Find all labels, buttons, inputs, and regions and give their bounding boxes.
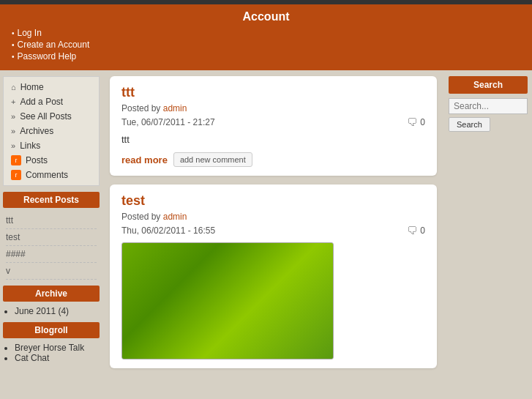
- blogroll-list: Breyer Horse Talk Cat Chat: [3, 343, 100, 363]
- post-date-2: Thu, 06/02/2011 - 16:55: [121, 225, 215, 236]
- recent-posts-header: Recent Posts: [3, 192, 100, 208]
- rss-icon-posts: r: [11, 155, 21, 165]
- chevron-icon-3: »: [11, 141, 15, 150]
- center-content: ttt Posted by admin Tue, 06/07/2011 - 21…: [102, 70, 444, 399]
- recent-post-4[interactable]: v: [6, 263, 97, 280]
- account-menu-item-password[interactable]: Password Help: [12, 51, 523, 61]
- main-layout: ⌂ Home + Add a Post » See All Posts » Ar…: [0, 70, 532, 399]
- nav-posts[interactable]: r Posts: [4, 153, 99, 168]
- post-meta-2: Posted by admin: [121, 212, 425, 222]
- post-actions-1: read more add new comment: [121, 152, 425, 167]
- post-date-row-2: Thu, 06/02/2011 - 16:55 🗨 0: [121, 225, 425, 236]
- right-sidebar: Search Search: [444, 70, 532, 399]
- add-comment-btn-1[interactable]: add new comment: [173, 152, 252, 167]
- post-title-2[interactable]: test: [121, 193, 425, 209]
- nav-see-all-posts[interactable]: » See All Posts: [4, 109, 99, 124]
- post-date-row-1: Tue, 06/07/2011 - 21:27 🗨 0: [121, 116, 425, 128]
- blogroll-item-1[interactable]: Breyer Horse Talk: [15, 343, 100, 353]
- comment-icon-2: 🗨: [407, 225, 417, 236]
- recent-post-3[interactable]: ####: [6, 246, 97, 263]
- comment-number-2: 0: [420, 225, 425, 236]
- nav-links[interactable]: » Links: [4, 138, 99, 153]
- nav-archives[interactable]: » Archives: [4, 124, 99, 138]
- rss-icon-comments: r: [11, 170, 21, 180]
- nav-add-post[interactable]: + Add a Post: [4, 94, 99, 109]
- search-input[interactable]: [449, 98, 528, 114]
- comment-number-1: 0: [420, 117, 425, 127]
- comment-icon-1: 🗨: [407, 116, 417, 128]
- account-menu: Log In Create an Account Password Help: [9, 28, 523, 61]
- search-toggle-button[interactable]: Search: [449, 76, 528, 94]
- post-author-2[interactable]: admin: [163, 212, 187, 222]
- archive-list: June 2011 (4): [3, 306, 100, 316]
- recent-post-test[interactable]: test: [6, 229, 97, 246]
- chevron-icon-1: »: [11, 112, 15, 121]
- home-icon: ⌂: [11, 83, 16, 92]
- left-sidebar: ⌂ Home + Add a Post » See All Posts » Ar…: [0, 70, 102, 399]
- read-more-link-1[interactable]: read more: [121, 154, 168, 165]
- post-card-1: ttt Posted by admin Tue, 06/07/2011 - 21…: [110, 76, 437, 176]
- comment-count-2: 🗨 0: [407, 225, 425, 236]
- recent-posts-list: ttt test #### v: [3, 212, 100, 280]
- archive-section: Archive June 2011 (4): [3, 286, 100, 316]
- account-menu-item-login[interactable]: Log In: [12, 28, 523, 38]
- plus-icon: +: [11, 97, 15, 106]
- account-menu-item-create[interactable]: Create an Account: [12, 40, 523, 50]
- post-title-1[interactable]: ttt: [121, 85, 425, 100]
- comment-count-1: 🗨 0: [407, 116, 425, 128]
- archive-header: Archive: [3, 286, 100, 302]
- post-meta-1: Posted by admin: [121, 103, 425, 113]
- recent-post-ttt[interactable]: ttt: [6, 212, 97, 229]
- search-submit-button[interactable]: Search: [449, 117, 490, 132]
- post-date-1: Tue, 06/07/2011 - 21:27: [121, 117, 215, 127]
- account-title: Account: [9, 10, 523, 23]
- archive-item-june[interactable]: June 2011 (4): [15, 306, 100, 316]
- account-header: Account Log In Create an Account Passwor…: [0, 4, 532, 70]
- blogroll-item-2[interactable]: Cat Chat: [15, 353, 100, 363]
- chevron-icon-2: »: [11, 127, 15, 135]
- post-author-1[interactable]: admin: [163, 103, 187, 113]
- nav-comments[interactable]: r Comments: [4, 168, 99, 182]
- post-body-1: ttt: [121, 134, 425, 145]
- sidebar-nav: ⌂ Home + Add a Post » See All Posts » Ar…: [3, 76, 100, 186]
- post-image-2: [121, 242, 334, 359]
- blogroll-header: Blogroll: [3, 322, 100, 338]
- post-card-2: test Posted by admin Thu, 06/02/2011 - 1…: [110, 184, 437, 368]
- nav-home[interactable]: ⌂ Home: [4, 80, 99, 94]
- blogroll-section: Blogroll Breyer Horse Talk Cat Chat: [3, 322, 100, 363]
